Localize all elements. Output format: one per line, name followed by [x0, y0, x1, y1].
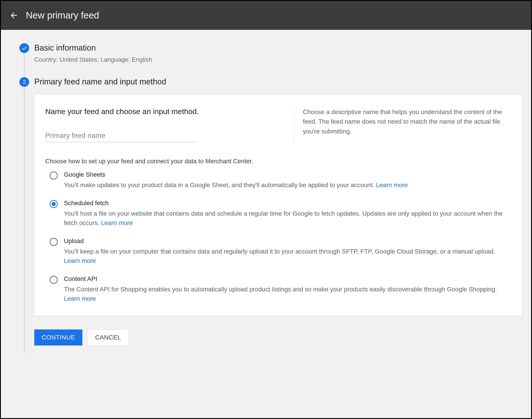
- continue-button[interactable]: CONTINUE: [34, 329, 82, 345]
- radio-option-scheduled-fetch[interactable]: Scheduled fetch You'll host a file on yo…: [50, 200, 511, 228]
- radio-icon: [50, 238, 58, 246]
- cancel-button[interactable]: CANCEL: [88, 329, 129, 345]
- radio-description: You'll host a file on your website that …: [64, 209, 511, 228]
- step2-title: Primary feed name and input method: [34, 77, 522, 86]
- radio-title: Upload: [64, 237, 511, 245]
- step-connector-line: [24, 54, 25, 76]
- radio-option-content-api[interactable]: Content API The Content API for Shopping…: [50, 275, 511, 303]
- header-bar: New primary feed: [1, 1, 531, 30]
- radio-icon-selected: [50, 200, 58, 208]
- radio-dot-icon: [52, 202, 56, 206]
- radio-icon: [50, 276, 58, 284]
- step-completed-icon: [19, 43, 29, 53]
- step2-card: Name your feed and choose an input metho…: [34, 94, 522, 316]
- help-text: Choose a descriptive name that helps you…: [294, 107, 511, 142]
- arrow-left-icon: [9, 11, 18, 20]
- action-button-row: CONTINUE CANCEL: [34, 329, 522, 345]
- step-number-icon: 2: [19, 77, 29, 87]
- back-button[interactable]: [7, 9, 21, 22]
- radio-desc-text: You'll make updates to your product data…: [64, 182, 376, 188]
- input-method-radio-group: Google Sheets You'll make updates to you…: [45, 171, 511, 303]
- step-basic-information: Basic information Country: United States…: [14, 43, 522, 77]
- radio-desc-text: The Content API for Shopping enables you…: [64, 286, 497, 293]
- choose-method-label: Choose how to set up your feed and conne…: [45, 158, 511, 165]
- learn-more-link[interactable]: Learn more: [64, 257, 96, 264]
- learn-more-link[interactable]: Learn more: [376, 182, 408, 188]
- learn-more-link[interactable]: Learn more: [101, 219, 133, 226]
- radio-title: Content API: [64, 275, 511, 282]
- check-icon: [21, 45, 27, 51]
- radio-icon: [50, 171, 58, 180]
- radio-description: The Content API for Shopping enables you…: [64, 285, 511, 303]
- learn-more-link[interactable]: Learn more: [64, 295, 96, 302]
- step-connector-line: [24, 88, 25, 354]
- step-feed-name: 2 Primary feed name and input method Nam…: [14, 77, 522, 354]
- radio-title: Scheduled fetch: [64, 200, 511, 207]
- radio-title: Google Sheets: [64, 171, 511, 178]
- radio-option-google-sheets[interactable]: Google Sheets You'll make updates to you…: [50, 171, 511, 190]
- radio-option-upload[interactable]: Upload You'll keep a file on your comput…: [50, 237, 511, 265]
- radio-desc-text: You'll keep a file on your computer that…: [64, 248, 495, 255]
- step1-summary: Country: United States; Language: Englis…: [34, 56, 522, 63]
- page-title: New primary feed: [26, 10, 99, 21]
- step1-title: Basic information: [34, 43, 522, 52]
- radio-description: You'll make updates to your product data…: [64, 181, 511, 190]
- radio-description: You'll keep a file on your computer that…: [64, 247, 511, 265]
- primary-feed-name-input[interactable]: [45, 129, 197, 142]
- card-heading: Name your feed and choose an input metho…: [45, 107, 285, 116]
